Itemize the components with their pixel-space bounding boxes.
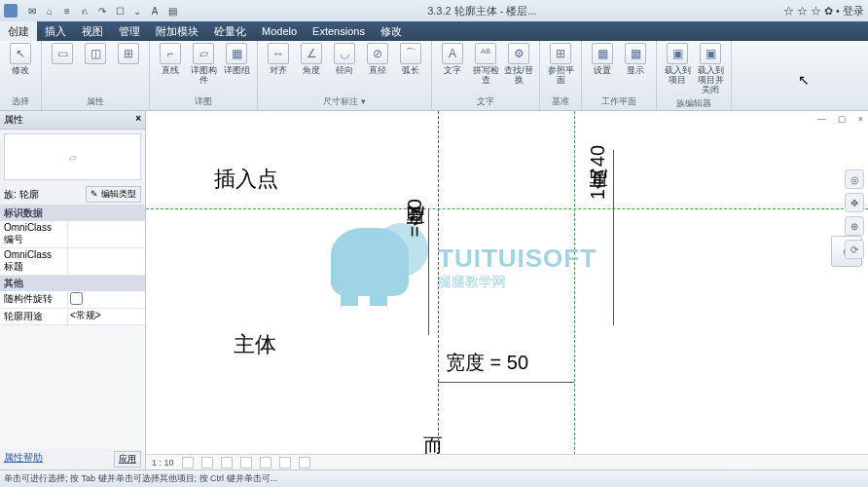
dimension-width[interactable]: 宽度 = 50: [446, 350, 528, 376]
tab-addins[interactable]: 附加模块: [148, 21, 206, 41]
ribbon-button[interactable]: ◡径向: [330, 43, 359, 76]
pan-icon[interactable]: ✥: [845, 193, 864, 212]
dimension-height-1[interactable]: 高度 = 50: [401, 199, 427, 243]
viewport-buttons: — ▢ ×: [814, 113, 866, 125]
ribbon-icon: ▱: [193, 43, 214, 64]
property-value[interactable]: [68, 291, 145, 308]
ribbon-button[interactable]: ▦显示: [621, 43, 650, 76]
zoom-icon[interactable]: ⊕: [845, 216, 864, 236]
scale-selector[interactable]: 1 : 10: [152, 458, 174, 468]
qat-redo-icon[interactable]: ↷: [95, 4, 109, 18]
watermark: TUITUISOFT 腿腿教学网: [321, 218, 597, 316]
family-type-selector[interactable]: 族: 轮廓: [4, 188, 86, 202]
tab-modelo[interactable]: Modelo: [254, 21, 305, 41]
ribbon-button[interactable]: ▦详图组: [222, 43, 251, 76]
ribbon-button[interactable]: ▣载入到项目并关闭: [696, 43, 725, 95]
ribbon-panel: ▭◫⊞属性: [42, 41, 150, 110]
close-icon[interactable]: ×: [135, 113, 141, 127]
watermark-text: TUITUISOFT: [438, 244, 597, 274]
viewport-min-icon[interactable]: —: [814, 113, 829, 125]
property-checkbox[interactable]: [70, 292, 83, 305]
property-value[interactable]: [68, 248, 145, 275]
tab-manage[interactable]: 管理: [111, 21, 148, 41]
crop-icon[interactable]: [260, 457, 271, 468]
qat-undo-icon[interactable]: ⎌: [78, 4, 91, 18]
ribbon-button[interactable]: ▭: [48, 43, 77, 66]
ribbon-icon: ↖: [10, 43, 31, 64]
viewport-close-icon[interactable]: ×: [855, 113, 866, 125]
sun-path-icon[interactable]: [221, 457, 233, 468]
property-value[interactable]: [68, 221, 145, 247]
ribbon-icon: ▭: [52, 43, 73, 64]
ribbon-panel-name: 属性: [48, 94, 143, 110]
qat-icon[interactable]: ☐: [113, 4, 127, 18]
qat-icon[interactable]: ▤: [165, 4, 179, 18]
dimension-height-2[interactable]: 高度 1 = 40: [584, 145, 610, 206]
tab-extensions[interactable]: Extensions: [305, 21, 373, 41]
tab-modify[interactable]: 修改: [373, 21, 410, 41]
hide-icon[interactable]: [279, 457, 291, 468]
ribbon-button[interactable]: ▦设置: [588, 43, 617, 76]
reference-plane-h[interactable]: [146, 208, 868, 209]
property-row: OmniClass 标题: [0, 248, 145, 276]
qat-icon[interactable]: ⌄: [130, 4, 144, 18]
qat-icon[interactable]: A: [148, 4, 162, 18]
ribbon-label: 设置: [594, 66, 611, 76]
ribbon-panel: ▦设置▦显示工作平面: [582, 41, 657, 110]
ribbon-button[interactable]: ⌐直线: [156, 43, 185, 76]
drawing-canvas[interactable]: TUITUISOFT 腿腿教学网 插入点 主体 高度 = 50 高度 1 = 4…: [146, 111, 868, 469]
ribbon-button[interactable]: ⊞: [114, 43, 143, 66]
edit-type-button[interactable]: ✎ 编辑类型: [86, 186, 141, 203]
visual-style-icon[interactable]: [201, 457, 213, 468]
tab-insert[interactable]: 插入: [37, 21, 74, 41]
ribbon-panel-name: 工作平面: [588, 94, 650, 110]
property-input[interactable]: [70, 249, 143, 260]
ribbon-button[interactable]: A文字: [438, 43, 467, 76]
property-input[interactable]: [70, 222, 143, 233]
apply-button[interactable]: 应用: [114, 451, 141, 468]
ribbon-icon: ᴬᴮ: [475, 43, 496, 64]
ribbon-button[interactable]: ↔对齐: [264, 43, 293, 76]
ribbon-icon: ⚙: [508, 43, 529, 64]
tab-create[interactable]: 创建: [0, 21, 37, 41]
qat-icon[interactable]: ⌂: [43, 4, 56, 18]
property-input[interactable]: [70, 311, 143, 321]
ribbon-icon: ▣: [700, 43, 721, 64]
viewport-max-icon[interactable]: ▢: [835, 113, 850, 125]
ribbon-button[interactable]: ⊞参照平面: [546, 43, 575, 86]
ribbon-icon: ⌐: [160, 43, 181, 64]
ribbon-icon: ⊞: [550, 43, 571, 64]
ribbon-button[interactable]: ⊘直径: [363, 43, 392, 76]
tab-quant[interactable]: 砼量化: [206, 21, 254, 41]
qat-icon[interactable]: ✉: [25, 4, 39, 18]
properties-help-link[interactable]: 属性帮助: [4, 451, 43, 468]
detail-level-icon[interactable]: [182, 457, 194, 468]
orbit-icon[interactable]: ⟳: [845, 240, 864, 259]
ribbon-icon: ◫: [85, 43, 106, 64]
ribbon-icon: ◡: [334, 43, 355, 64]
ribbon-button[interactable]: ▱详图构件: [189, 43, 218, 86]
ribbon-button[interactable]: ⚙查找/替换: [504, 43, 533, 86]
ribbon-button[interactable]: ▣载入到项目: [663, 43, 692, 86]
shadows-icon[interactable]: [240, 457, 252, 468]
qat-icon[interactable]: ≡: [60, 4, 74, 18]
ribbon-button[interactable]: ∠角度: [297, 43, 326, 76]
ribbon-button[interactable]: ◫: [81, 43, 110, 66]
tab-view[interactable]: 视图: [74, 21, 111, 41]
ribbon-panel-name: 族编辑器: [663, 95, 725, 112]
ribbon-button[interactable]: ᴬᴮ拼写检查: [471, 43, 500, 86]
nav-wheel-icon[interactable]: ◎: [845, 169, 864, 189]
ribbon-label: 弧长: [402, 66, 419, 76]
user-area[interactable]: ☆ ☆ ☆ ✿ • 登录: [783, 4, 864, 19]
ribbon-label: 显示: [627, 66, 644, 76]
ribbon-label: 查找/替换: [504, 66, 533, 86]
ribbon-button[interactable]: ⌒弧长: [396, 43, 425, 76]
ribbon-label: 角度: [303, 66, 320, 76]
insertion-point-label: 插入点: [214, 165, 278, 194]
ribbon-label: 直线: [162, 66, 179, 76]
property-value[interactable]: [68, 309, 145, 324]
reveal-icon[interactable]: [299, 457, 310, 468]
watermark-subtitle: 腿腿教学网: [438, 274, 597, 291]
ribbon-panel: ⌐直线▱详图构件▦详图组详图: [150, 41, 258, 110]
ribbon-button[interactable]: ↖修改: [6, 43, 35, 76]
